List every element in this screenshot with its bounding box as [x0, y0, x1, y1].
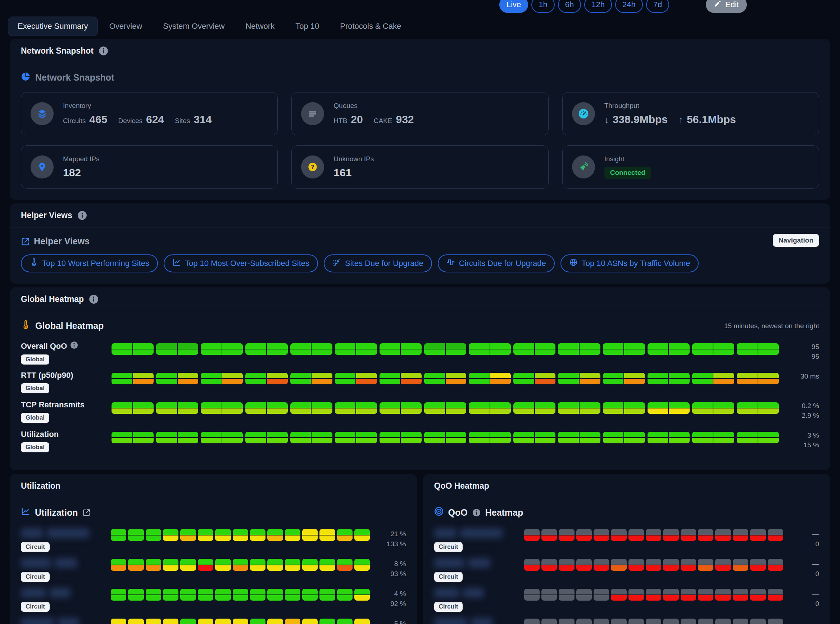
time-range-7d[interactable]: 7d — [646, 0, 669, 13]
heatmap-segment[interactable] — [319, 559, 335, 571]
heatmap-segment[interactable] — [111, 402, 154, 414]
heatmap-segment[interactable] — [163, 589, 179, 601]
heatmap-segment[interactable] — [424, 373, 466, 384]
heatmap-segment[interactable] — [379, 402, 422, 414]
heatmap-segment[interactable] — [647, 432, 690, 443]
heatmap-segment[interactable] — [233, 529, 248, 541]
heatmap-segment[interactable] — [180, 589, 196, 601]
heatmap-segment[interactable] — [469, 343, 511, 355]
heatmap-segment[interactable] — [646, 589, 661, 601]
heatmap-segment[interactable] — [337, 529, 353, 541]
heatmap-segment[interactable] — [156, 402, 198, 414]
heatmap-segment[interactable] — [469, 402, 511, 414]
heatmap-segment[interactable] — [559, 619, 574, 624]
heatmap-segment[interactable] — [156, 432, 198, 443]
heatmap-segment[interactable] — [379, 432, 422, 443]
heatmap-segment[interactable] — [524, 619, 539, 624]
heatmap-segment[interactable] — [629, 619, 644, 624]
heatmap-segment[interactable] — [245, 402, 287, 414]
heatmap-segment[interactable] — [250, 559, 265, 571]
heatmap-segment[interactable] — [335, 402, 377, 414]
heatmap-segment[interactable] — [111, 343, 154, 355]
tab-network[interactable]: Network — [236, 17, 284, 36]
heatmap-segment[interactable] — [737, 373, 779, 384]
heatmap-segment[interactable] — [647, 343, 690, 355]
heatmap-segment[interactable] — [285, 559, 301, 571]
heatmap-segment[interactable] — [111, 589, 126, 601]
heatmap-segment[interactable] — [146, 529, 161, 541]
time-range-24h[interactable]: 24h — [615, 0, 643, 13]
heatmap-segment[interactable] — [424, 402, 466, 414]
heatmap-segment[interactable] — [768, 529, 783, 541]
time-range-1h[interactable]: 1h — [531, 0, 554, 13]
time-range-live[interactable]: Live — [499, 0, 528, 13]
heatmap-segment[interactable] — [698, 619, 714, 624]
heatmap-segment[interactable] — [163, 559, 179, 571]
heatmap-segment[interactable] — [337, 619, 353, 624]
heatmap-segment[interactable] — [715, 589, 731, 601]
heatmap-segment[interactable] — [337, 559, 353, 571]
heatmap-segment[interactable] — [692, 402, 734, 414]
heatmap-segment[interactable] — [163, 619, 179, 624]
info-icon[interactable] — [472, 508, 481, 517]
time-range-6h[interactable]: 6h — [558, 0, 581, 13]
heatmap-segment[interactable] — [198, 589, 213, 601]
heatmap-segment[interactable] — [559, 559, 574, 571]
heatmap-segment[interactable] — [692, 373, 734, 384]
heatmap-segment[interactable] — [647, 402, 690, 414]
heatmap-segment[interactable] — [558, 343, 600, 355]
heatmap-segment[interactable] — [469, 373, 511, 384]
heatmap-segment[interactable] — [603, 402, 645, 414]
time-range-12h[interactable]: 12h — [584, 0, 612, 13]
heatmap-segment[interactable] — [768, 559, 783, 571]
heatmap-segment[interactable] — [128, 559, 143, 571]
heatmap-segment[interactable] — [146, 559, 161, 571]
heatmap-segment[interactable] — [715, 619, 731, 624]
heatmap-segment[interactable] — [698, 559, 714, 571]
heatmap-segment[interactable] — [715, 559, 731, 571]
heatmap-segment[interactable] — [541, 529, 557, 541]
heatmap-segment[interactable] — [335, 432, 377, 443]
heatmap-segment[interactable] — [559, 529, 574, 541]
heatmap-segment[interactable] — [558, 402, 600, 414]
heatmap-segment[interactable] — [111, 373, 154, 384]
heatmap-segment[interactable] — [513, 343, 555, 355]
helper-top-10-worst-performing-sites[interactable]: Top 10 Worst Performing Sites — [21, 255, 158, 272]
heatmap-segment[interactable] — [424, 432, 466, 443]
heatmap-segment[interactable] — [128, 589, 143, 601]
heatmap-segment[interactable] — [267, 559, 283, 571]
heatmap-segment[interactable] — [603, 432, 645, 443]
heatmap-segment[interactable] — [250, 619, 265, 624]
heatmap-segment[interactable] — [558, 432, 600, 443]
heatmap-segment[interactable] — [424, 343, 466, 355]
heatmap-segment[interactable] — [215, 529, 231, 541]
heatmap-segment[interactable] — [559, 589, 574, 601]
heatmap-segment[interactable] — [558, 373, 600, 384]
heatmap-segment[interactable] — [513, 402, 555, 414]
heatmap-segment[interactable] — [290, 373, 332, 384]
heatmap-segment[interactable] — [201, 343, 243, 355]
heatmap-segment[interactable] — [111, 559, 126, 571]
heatmap-segment[interactable] — [233, 619, 248, 624]
heatmap-segment[interactable] — [629, 559, 644, 571]
heatmap-segment[interactable] — [285, 529, 301, 541]
heatmap-segment[interactable] — [646, 559, 661, 571]
heatmap-segment[interactable] — [611, 559, 626, 571]
heatmap-segment[interactable] — [335, 373, 377, 384]
heatmap-segment[interactable] — [698, 589, 714, 601]
heatmap-segment[interactable] — [180, 559, 196, 571]
heatmap-segment[interactable] — [593, 589, 609, 601]
heatmap-segment[interactable] — [733, 619, 748, 624]
heatmap-segment[interactable] — [290, 343, 332, 355]
heatmap-segment[interactable] — [354, 529, 370, 541]
heatmap-segment[interactable] — [156, 373, 198, 384]
heatmap-segment[interactable] — [541, 619, 557, 624]
heatmap-segment[interactable] — [750, 589, 766, 601]
heatmap-segment[interactable] — [267, 589, 283, 601]
heatmap-segment[interactable] — [146, 589, 161, 601]
heatmap-segment[interactable] — [215, 559, 231, 571]
heatmap-segment[interactable] — [163, 529, 179, 541]
heatmap-segment[interactable] — [146, 619, 161, 624]
heatmap-segment[interactable] — [156, 343, 198, 355]
heatmap-segment[interactable] — [379, 373, 422, 384]
